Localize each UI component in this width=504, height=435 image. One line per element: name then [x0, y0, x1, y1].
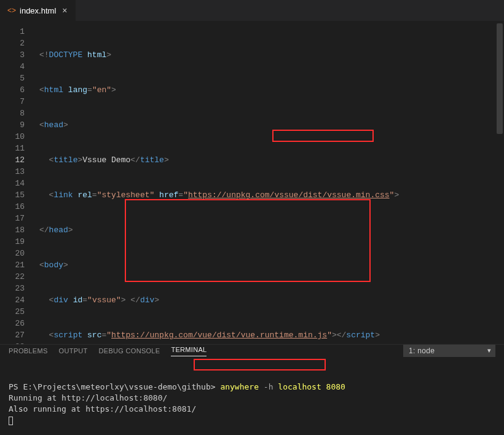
bottom-panel: PROBLEMS OUTPUT DEBUG CONSOLE TERMINAL 1…	[0, 344, 504, 435]
terminal-output-line: Running at http://localhost:8080/	[9, 393, 167, 402]
panel-tab-problems[interactable]: PROBLEMS	[9, 347, 48, 355]
line-number-gutter: 1234567891011121314151617181920212223242…	[0, 26, 33, 344]
panel-tab-terminal[interactable]: TERMINAL	[171, 346, 207, 356]
highlight-terminal-command	[194, 359, 326, 370]
panel-tab-debug-console[interactable]: DEBUG CONSOLE	[99, 347, 160, 355]
terminal-view[interactable]: PS E:\Projects\meteorlxy\vssue-demo\gith…	[0, 357, 504, 435]
terminal-selector[interactable]: 1: node	[403, 345, 495, 357]
code-content: <!DOCTYPE html> <html lang="en"> <head> …	[39, 26, 504, 344]
panel-tab-bar: PROBLEMS OUTPUT DEBUG CONSOLE TERMINAL 1…	[0, 345, 504, 357]
terminal-cursor	[9, 417, 13, 425]
tab-filename: index.html	[20, 6, 56, 15]
tab-bar: <> index.html ×	[0, 0, 504, 21]
tab-close-icon[interactable]: ×	[60, 6, 69, 15]
panel-tab-output[interactable]: OUTPUT	[59, 347, 88, 355]
html-file-icon: <>	[7, 6, 16, 15]
code-editor[interactable]: 1234567891011121314151617181920212223242…	[0, 21, 504, 344]
terminal-output-line: Also running at https://localhost:8081/	[9, 404, 196, 413]
tab-index-html[interactable]: <> index.html ×	[0, 0, 76, 21]
